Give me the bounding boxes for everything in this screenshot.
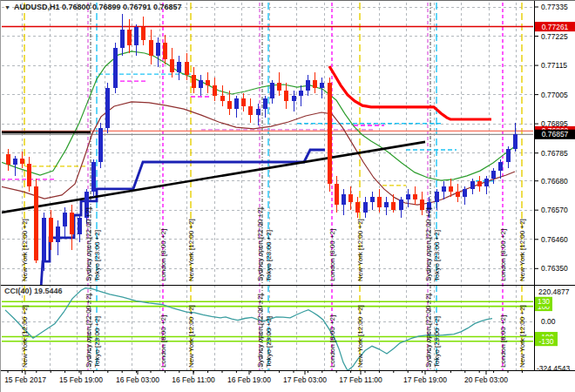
mt4-chart-window: New York [12:00 +2]Sydney open [22:00 +2…: [0, 0, 575, 392]
candle-body: [328, 83, 332, 184]
session-label: New York [12:00 +2]: [187, 219, 195, 281]
candle-body: [370, 197, 375, 202]
candle-body: [248, 106, 253, 114]
price-axis-label: 0.76350: [541, 264, 568, 273]
candle-body: [213, 85, 217, 96]
candle-body: [463, 189, 467, 197]
red-step-line: [329, 66, 491, 119]
candle-body: [199, 80, 203, 88]
candle-body: [449, 186, 453, 192]
session-label: London [8:00 +2]: [499, 229, 507, 281]
cci-indicator-title: CCI(40) 19.5446: [4, 287, 63, 295]
cci-axis-min: -324.4543: [537, 364, 571, 373]
candle-body: [506, 149, 511, 162]
time-axis-label: 16 Feb 11:00: [172, 375, 215, 384]
candle-body: [170, 59, 174, 72]
candle-body: [355, 202, 360, 213]
candle-body: [299, 91, 303, 96]
blue-step-line: [41, 150, 325, 288]
candle-body: [113, 48, 118, 88]
session-label: Tokyo [23:00 +2]: [265, 316, 273, 368]
time-axis-label: 17 Feb 03:00: [283, 375, 327, 384]
candle-body: [320, 83, 324, 88]
session-label: London [8:00 +2]: [328, 315, 336, 368]
price-axis-label: 0.76680: [541, 177, 568, 186]
candle-body: [13, 159, 17, 166]
candle-body: [49, 218, 53, 241]
candle-body: [342, 194, 346, 205]
session-label: Sydney open [22:00 +2]: [424, 294, 432, 368]
candle-body: [70, 213, 74, 233]
session-label: Sydney open [22:00 +2]: [256, 207, 264, 281]
chart-canvas[interactable]: New York [12:00 +2]Sydney open [22:00 +2…: [1, 1, 575, 392]
cci-badge-130: 130: [535, 297, 552, 307]
candle-body: [256, 109, 260, 114]
cci-badge-neg130: -130: [535, 336, 558, 346]
time-axis-label: 17 Feb 11:00: [339, 375, 382, 384]
candle-body: [6, 154, 10, 165]
candle-body: [306, 80, 310, 91]
candle-body: [277, 83, 281, 91]
candle-body: [56, 226, 60, 242]
cci-axis-zero: 0.00: [541, 317, 556, 326]
time-axis-label: 20 Feb 03:00: [464, 375, 508, 384]
session-label: Sydney open [22:00 +2]: [256, 294, 264, 368]
session-label: Sydney open [22:00 +2]: [85, 207, 92, 281]
candle-body: [78, 218, 82, 233]
candle-body: [141, 27, 145, 40]
candle-body: [234, 98, 239, 109]
session-label: New York [12:00 +2]: [187, 305, 195, 368]
candle-body: [134, 27, 139, 45]
candle-body: [292, 96, 296, 101]
session-label: Tokyo [23:00 +2]: [93, 230, 101, 281]
session-label: Tokyo [23:00 +2]: [433, 316, 441, 368]
price-badge-resistance: 0.77261: [535, 22, 575, 31]
main-plot-area[interactable]: New York [12:00 +2]Sydney open [22:00 +2…: [1, 14, 534, 288]
price-axis-label: 0.77115: [541, 61, 567, 70]
candle-body: [206, 80, 210, 85]
candle-body: [442, 186, 446, 192]
candle-body: [270, 83, 274, 98]
candle-body: [484, 179, 489, 186]
time-axis-label: 15 Feb 2017: [4, 375, 46, 384]
session-label: Sydney open [22:00 +2]: [85, 294, 92, 368]
cci-plot-area[interactable]: New York [12:00 +2]Sydney open [22:00 +2…: [1, 288, 534, 371]
candle-body: [127, 30, 132, 45]
candle-body: [391, 202, 396, 210]
candle-body: [348, 194, 353, 202]
candle-body: [156, 43, 160, 56]
session-label: London [8:00 +2]: [159, 229, 167, 281]
session-label: London [8:00 +2]: [159, 315, 167, 368]
session-label: Sydney open [22:00 +2]: [424, 207, 432, 281]
candle-body: [413, 194, 417, 199]
candle-body: [34, 186, 38, 260]
candle-body: [220, 96, 225, 101]
candle-body: [63, 213, 67, 226]
candle-body: [263, 98, 267, 109]
candle-body: [42, 218, 46, 260]
session-label: New York [12:00 +2]: [518, 219, 526, 281]
candle-body: [384, 202, 389, 207]
time-axis[interactable]: 15 Feb 201715 Feb 19:0016 Feb 03:0016 Fe…: [4, 371, 522, 384]
symbol-dropdown-icon[interactable]: ▼: [4, 3, 10, 11]
session-label: London [8:00 +2]: [499, 315, 507, 368]
candle-body: [498, 162, 503, 170]
candle-body: [185, 62, 189, 75]
symbol-ohlc-text: AUDUSD,H1 0.76800 0.76899 0.76791 0.7685…: [14, 3, 182, 11]
candle-body: [313, 80, 317, 88]
candle-body: [27, 164, 31, 186]
cci-line: [5, 288, 492, 371]
svg-text:-130: -130: [538, 337, 553, 346]
candle-body: [363, 202, 368, 213]
price-axis[interactable]: 0.773350.772250.771150.770050.768950.767…: [535, 3, 575, 373]
session-lines-layer: [24, 3, 522, 370]
session-label: Tokyo [23:00 +2]: [93, 316, 101, 368]
time-axis-label: 17 Feb 19:00: [403, 375, 447, 384]
candle-body: [335, 184, 339, 205]
candle-body: [177, 62, 181, 72]
candle-body: [163, 43, 167, 58]
price-badge-bid: 0.76857: [535, 130, 575, 139]
candle-body: [491, 171, 496, 179]
candle-body: [406, 194, 410, 199]
candle-body: [105, 88, 110, 128]
